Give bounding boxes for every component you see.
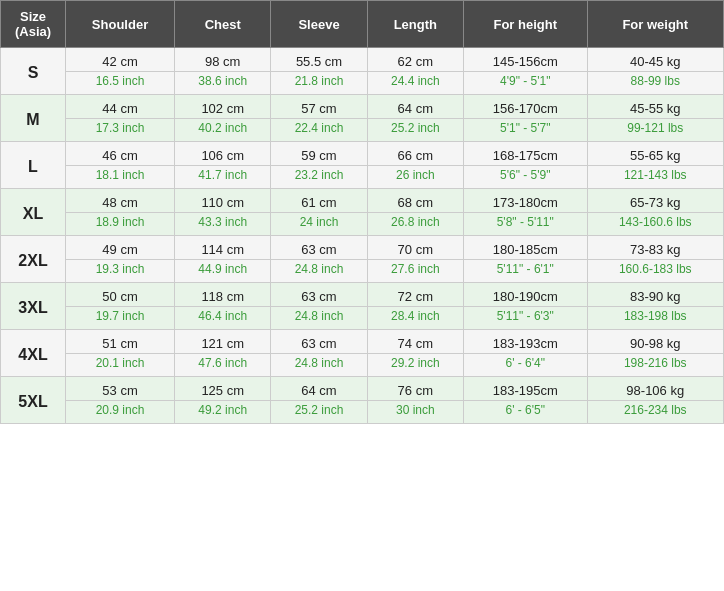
table-row-cm: M44 cm102 cm57 cm64 cm156-170cm45-55 kg bbox=[1, 95, 724, 119]
cm-value: 173-180cm bbox=[463, 189, 587, 213]
table-row-cm: 5XL53 cm125 cm64 cm76 cm183-195cm98-106 … bbox=[1, 377, 724, 401]
table-row-cm: XL48 cm110 cm61 cm68 cm173-180cm65-73 kg bbox=[1, 189, 724, 213]
inch-value: 121-143 lbs bbox=[587, 166, 723, 189]
inch-value: 21.8 inch bbox=[271, 72, 367, 95]
size-chart: Size (Asia)ShoulderChestSleeveLengthFor … bbox=[0, 0, 724, 424]
inch-value: 43.3 inch bbox=[175, 213, 271, 236]
table-row-inch: 19.7 inch46.4 inch24.8 inch28.4 inch5'11… bbox=[1, 307, 724, 330]
cm-value: 63 cm bbox=[271, 330, 367, 354]
cm-value: 98 cm bbox=[175, 48, 271, 72]
size-label: S bbox=[1, 48, 66, 95]
column-header: Chest bbox=[175, 1, 271, 48]
table-row-cm: 3XL50 cm118 cm63 cm72 cm180-190cm83-90 k… bbox=[1, 283, 724, 307]
cm-value: 121 cm bbox=[175, 330, 271, 354]
inch-value: 26.8 inch bbox=[367, 213, 463, 236]
cm-value: 156-170cm bbox=[463, 95, 587, 119]
inch-value: 5'1" - 5'7" bbox=[463, 119, 587, 142]
cm-value: 55.5 cm bbox=[271, 48, 367, 72]
cm-value: 59 cm bbox=[271, 142, 367, 166]
table-row-inch: 20.9 inch49.2 inch25.2 inch30 inch6' - 6… bbox=[1, 401, 724, 424]
inch-value: 5'11" - 6'3" bbox=[463, 307, 587, 330]
inch-value: 18.9 inch bbox=[66, 213, 175, 236]
cm-value: 48 cm bbox=[66, 189, 175, 213]
cm-value: 62 cm bbox=[367, 48, 463, 72]
inch-value: 49.2 inch bbox=[175, 401, 271, 424]
inch-value: 4'9" - 5'1" bbox=[463, 72, 587, 95]
inch-value: 38.6 inch bbox=[175, 72, 271, 95]
table-row-inch: 20.1 inch47.6 inch24.8 inch29.2 inch6' -… bbox=[1, 354, 724, 377]
inch-value: 99-121 lbs bbox=[587, 119, 723, 142]
column-header: Shoulder bbox=[66, 1, 175, 48]
inch-value: 6' - 6'5" bbox=[463, 401, 587, 424]
cm-value: 53 cm bbox=[66, 377, 175, 401]
cm-value: 68 cm bbox=[367, 189, 463, 213]
inch-value: 20.1 inch bbox=[66, 354, 175, 377]
table-row-inch: 17.3 inch40.2 inch22.4 inch25.2 inch5'1"… bbox=[1, 119, 724, 142]
cm-value: 63 cm bbox=[271, 283, 367, 307]
inch-value: 88-99 lbs bbox=[587, 72, 723, 95]
inch-value: 47.6 inch bbox=[175, 354, 271, 377]
inch-value: 41.7 inch bbox=[175, 166, 271, 189]
cm-value: 74 cm bbox=[367, 330, 463, 354]
size-label: 5XL bbox=[1, 377, 66, 424]
inch-value: 24.8 inch bbox=[271, 260, 367, 283]
cm-value: 63 cm bbox=[271, 236, 367, 260]
table-row-inch: 18.9 inch43.3 inch24 inch26.8 inch5'8" -… bbox=[1, 213, 724, 236]
cm-value: 125 cm bbox=[175, 377, 271, 401]
inch-value: 40.2 inch bbox=[175, 119, 271, 142]
inch-value: 16.5 inch bbox=[66, 72, 175, 95]
cm-value: 61 cm bbox=[271, 189, 367, 213]
cm-value: 57 cm bbox=[271, 95, 367, 119]
inch-value: 19.7 inch bbox=[66, 307, 175, 330]
size-label: L bbox=[1, 142, 66, 189]
cm-value: 64 cm bbox=[271, 377, 367, 401]
inch-value: 17.3 inch bbox=[66, 119, 175, 142]
cm-value: 42 cm bbox=[66, 48, 175, 72]
inch-value: 27.6 inch bbox=[367, 260, 463, 283]
inch-value: 5'11" - 6'1" bbox=[463, 260, 587, 283]
inch-value: 30 inch bbox=[367, 401, 463, 424]
column-header: Length bbox=[367, 1, 463, 48]
column-header: Size (Asia) bbox=[1, 1, 66, 48]
inch-value: 29.2 inch bbox=[367, 354, 463, 377]
cm-value: 49 cm bbox=[66, 236, 175, 260]
cm-value: 51 cm bbox=[66, 330, 175, 354]
inch-value: 28.4 inch bbox=[367, 307, 463, 330]
cm-value: 55-65 kg bbox=[587, 142, 723, 166]
cm-value: 44 cm bbox=[66, 95, 175, 119]
inch-value: 46.4 inch bbox=[175, 307, 271, 330]
cm-value: 83-90 kg bbox=[587, 283, 723, 307]
table-row-cm: 4XL51 cm121 cm63 cm74 cm183-193cm90-98 k… bbox=[1, 330, 724, 354]
column-header: For weight bbox=[587, 1, 723, 48]
inch-value: 216-234 lbs bbox=[587, 401, 723, 424]
inch-value: 25.2 inch bbox=[271, 401, 367, 424]
size-label: XL bbox=[1, 189, 66, 236]
inch-value: 6' - 6'4" bbox=[463, 354, 587, 377]
cm-value: 98-106 kg bbox=[587, 377, 723, 401]
table-row-cm: L46 cm106 cm59 cm66 cm168-175cm55-65 kg bbox=[1, 142, 724, 166]
cm-value: 110 cm bbox=[175, 189, 271, 213]
cm-value: 106 cm bbox=[175, 142, 271, 166]
cm-value: 90-98 kg bbox=[587, 330, 723, 354]
inch-value: 24.8 inch bbox=[271, 307, 367, 330]
inch-value: 198-216 lbs bbox=[587, 354, 723, 377]
inch-value: 143-160.6 lbs bbox=[587, 213, 723, 236]
table-row-inch: 18.1 inch41.7 inch23.2 inch26 inch5'6" -… bbox=[1, 166, 724, 189]
size-label: 2XL bbox=[1, 236, 66, 283]
cm-value: 46 cm bbox=[66, 142, 175, 166]
inch-value: 20.9 inch bbox=[66, 401, 175, 424]
table-row-inch: 19.3 inch44.9 inch24.8 inch27.6 inch5'11… bbox=[1, 260, 724, 283]
cm-value: 76 cm bbox=[367, 377, 463, 401]
cm-value: 50 cm bbox=[66, 283, 175, 307]
inch-value: 5'6" - 5'9" bbox=[463, 166, 587, 189]
cm-value: 64 cm bbox=[367, 95, 463, 119]
inch-value: 24 inch bbox=[271, 213, 367, 236]
inch-value: 160.6-183 lbs bbox=[587, 260, 723, 283]
cm-value: 145-156cm bbox=[463, 48, 587, 72]
inch-value: 18.1 inch bbox=[66, 166, 175, 189]
cm-value: 72 cm bbox=[367, 283, 463, 307]
size-label: 3XL bbox=[1, 283, 66, 330]
column-header: Sleeve bbox=[271, 1, 367, 48]
inch-value: 24.8 inch bbox=[271, 354, 367, 377]
inch-value: 183-198 lbs bbox=[587, 307, 723, 330]
